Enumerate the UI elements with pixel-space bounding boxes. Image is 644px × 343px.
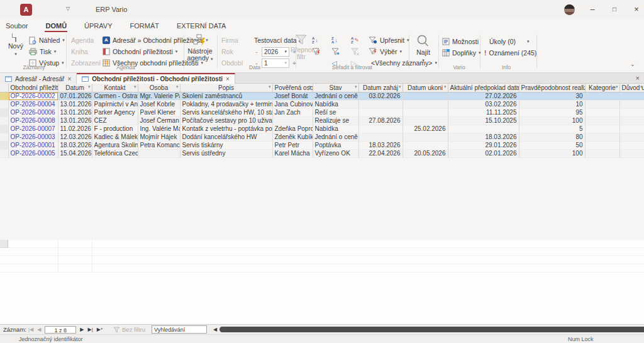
cell-osoba[interactable]: Josef Kobrle	[138, 100, 180, 108]
column-header-datum[interactable]: Datum▾	[58, 84, 92, 92]
cell-popis[interactable]: Servis tiskárny	[180, 141, 272, 149]
cell-stav[interactable]: Poptávka	[313, 141, 358, 149]
cell-popis[interactable]: Dodání kancelářského HW	[180, 133, 272, 141]
cell-datum[interactable]: 12.03.2026	[58, 133, 92, 141]
filter-clear-button[interactable]	[351, 47, 360, 57]
app-icon[interactable]: A	[20, 4, 32, 16]
close-button[interactable]: ×	[626, 0, 644, 19]
cell-poverena-osoba[interactable]: Josef Bonát	[272, 92, 313, 100]
cell-datum[interactable]: 13.01.2026	[58, 100, 92, 108]
cell-pravdepodobnost[interactable]: 80	[519, 133, 585, 141]
close-window-icon[interactable]: ×	[636, 74, 640, 82]
cell-osoba[interactable]: Josef Čerman	[138, 116, 180, 125]
column-dropdown-icon[interactable]: ▾	[269, 84, 271, 89]
cell-datum-zahajeni[interactable]: 22.04.2026	[358, 149, 402, 157]
cell-poverena-osoba[interactable]: Jana Čubinová	[272, 100, 313, 108]
cell-duvod[interactable]	[619, 133, 644, 141]
cell-aktualni-predpoklad[interactable]: 18.03.2026	[448, 133, 519, 141]
cell-datum-ukonceni[interactable]	[402, 92, 448, 100]
cell-datum-ukonceni[interactable]: 25.02.2026	[402, 125, 448, 133]
cell-id[interactable]: OP-2026-00006	[8, 108, 58, 116]
close-tab-icon[interactable]: ×	[67, 76, 71, 82]
agenda-tools-button[interactable]: Nástrojeagendy ▾	[186, 34, 214, 62]
user-avatar[interactable]	[564, 4, 575, 15]
cell-aktualni-predpoklad[interactable]: 29.01.2026	[448, 141, 519, 149]
cell-id[interactable]: OP-2026-00007	[8, 125, 58, 133]
cell-stav[interactable]: Nabídka	[313, 125, 358, 133]
cell-poverena-osoba[interactable]: Karel Mácha	[272, 149, 313, 157]
menu-tab-soubor[interactable]: Soubor	[5, 22, 28, 32]
row-selector[interactable]	[0, 116, 8, 125]
cell-pravdepodobnost[interactable]: 95	[519, 108, 585, 116]
column-dropdown-icon[interactable]: ▾	[355, 84, 357, 89]
collapse-ribbon-icon[interactable]: ⌄	[630, 61, 635, 67]
cell-osoba[interactable]: Pavel Klener	[138, 108, 180, 116]
cell-osoba[interactable]	[138, 149, 180, 157]
cell-id[interactable]: OP-2026-00008	[8, 116, 58, 125]
cell-kategorie[interactable]	[585, 125, 619, 133]
column-dropdown-icon[interactable]: ▾	[444, 84, 447, 89]
cell-datum-ukonceni[interactable]	[402, 141, 448, 149]
cell-id[interactable]: OP-2026-00004	[8, 100, 58, 108]
cell-aktualni-predpoklad[interactable]	[448, 125, 519, 133]
cell-datum[interactable]: 15.04.2026	[58, 149, 92, 157]
menu-tab-formát[interactable]: FORMÁT	[130, 22, 160, 32]
cell-kategorie[interactable]	[585, 100, 619, 108]
cell-kategorie[interactable]	[585, 149, 619, 157]
cell-kategorie[interactable]	[585, 108, 619, 116]
filter-selection-button[interactable]	[312, 47, 321, 57]
menu-tab-domů[interactable]: DOMŮ	[45, 22, 67, 32]
cell-kategorie[interactable]	[585, 116, 619, 125]
quick-access-chevron-icon[interactable]: ▽	[66, 6, 70, 11]
kniha-selector-button[interactable]: Obchodní příležitosti▾	[103, 47, 177, 57]
row-selector[interactable]	[0, 92, 8, 100]
cell-datum-zahajeni[interactable]	[358, 133, 402, 141]
cell-stav[interactable]: Realizuje se	[313, 116, 358, 125]
cell-datum[interactable]: 18.03.2026	[58, 141, 92, 149]
cell-datum-ukonceni[interactable]	[402, 133, 448, 141]
cell-kontakt[interactable]: Papírnictví v Anensk	[92, 100, 138, 108]
cell-stav[interactable]: Jednání o ceně	[313, 92, 358, 100]
find-button[interactable]: Najít▾	[412, 34, 435, 64]
column-header-aktualni-predpoklad[interactable]: Aktuální předpoklad data n▾	[448, 84, 519, 92]
row-selector[interactable]	[0, 108, 8, 116]
cell-kontakt[interactable]: ČEZ	[92, 116, 138, 125]
cell-id[interactable]: OP-2026-00005	[8, 149, 58, 157]
cell-popis[interactable]: Kontatk z veletrhu - poptávka po kanc	[180, 125, 272, 133]
cell-datum-zahajeni[interactable]	[358, 108, 402, 116]
cell-aktualni-predpoklad[interactable]: 15.10.2025	[448, 116, 519, 125]
toggle-filter-button[interactable]: Přepnoutfiltr	[291, 34, 312, 60]
cell-stav[interactable]: Jednání o ceně	[313, 133, 358, 141]
cell-duvod[interactable]	[619, 141, 644, 149]
cell-aktualni-predpoklad[interactable]: 27.02.2026	[448, 92, 519, 100]
column-dropdown-icon[interactable]: ▾	[399, 84, 401, 89]
cell-kategorie[interactable]	[585, 133, 619, 141]
cell-datum[interactable]: 11.02.2026	[58, 125, 92, 133]
cell-pravdepodobnost[interactable]: 30	[519, 92, 585, 100]
new-record-button[interactable]: ▶*	[95, 327, 104, 332]
rok-decrement-button[interactable]: -	[254, 48, 259, 55]
cell-duvod[interactable]	[619, 92, 644, 100]
rok-dropdown[interactable]: 2026▾	[262, 47, 289, 57]
row-selector[interactable]	[0, 149, 8, 157]
cell-datum-zahajeni[interactable]: 18.03.2026	[358, 141, 402, 149]
cell-kategorie[interactable]	[585, 141, 619, 149]
options-button[interactable]: Možnosti	[442, 37, 479, 47]
cell-duvod[interactable]	[619, 149, 644, 157]
previous-record-button[interactable]: ◀	[35, 327, 43, 332]
cell-datum-ukonceni[interactable]: 20.05.2026	[402, 149, 448, 157]
column-header-pravdepodobnost[interactable]: Pravděpodobnost realiza▾	[519, 84, 585, 92]
cell-pravdepodobnost[interactable]: 10	[519, 100, 585, 108]
cell-datum-zahajeni[interactable]	[358, 125, 402, 133]
cell-stav[interactable]: Řeší se	[313, 108, 358, 116]
cell-datum-zahajeni[interactable]	[358, 100, 402, 108]
preview-button[interactable]: Náhled▾	[29, 35, 65, 45]
cell-kontakt[interactable]: Kadlec & Málek	[92, 133, 138, 141]
column-header-osoba[interactable]: Osoba▾	[138, 84, 180, 92]
selection-filter-button[interactable]: Výběr▾	[369, 47, 402, 57]
column-header-id[interactable]: Obchodní příležit▾	[8, 84, 58, 92]
cell-datum[interactable]: 07.01.2026	[58, 92, 92, 100]
tasks-button[interactable]: Úkoly (0)▾	[489, 37, 530, 47]
cell-kontakt[interactable]: Parker Agency	[92, 108, 138, 116]
column-dropdown-icon[interactable]: ▾	[515, 84, 518, 89]
